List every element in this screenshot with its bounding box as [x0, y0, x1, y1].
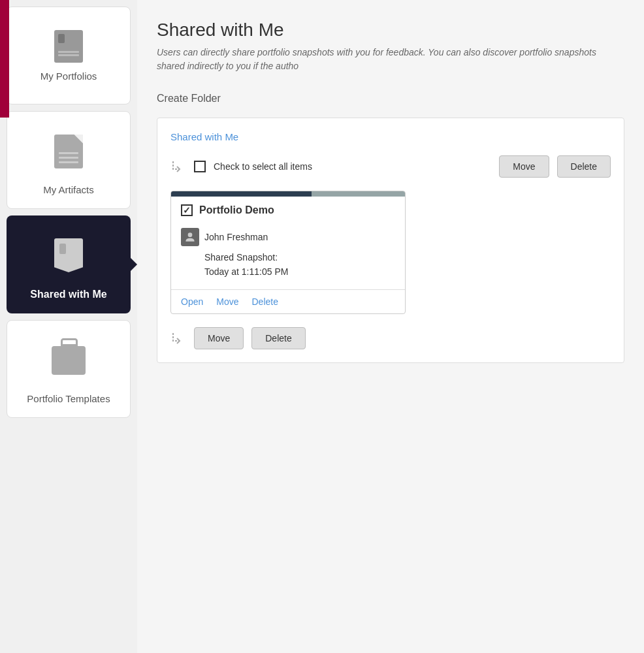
content-panel: Shared with Me Check to select all items… — [157, 118, 624, 363]
card-top-bar — [171, 191, 405, 197]
sidebar-item-label: My Portfolios — [40, 71, 97, 82]
bottom-move-button[interactable]: Move — [194, 327, 244, 349]
bottom-arrow-icon — [170, 330, 186, 346]
card-title: Portfolio Demo — [199, 204, 274, 216]
bottom-action-row: Move Delete — [170, 327, 611, 349]
sidebar: My Portfolios My Artifacts Shared with M… — [0, 0, 137, 653]
page-title: Shared with Me — [157, 20, 624, 40]
templates-icon — [52, 346, 86, 375]
card-info: Shared Snapshot: Today at 1:11:05 PM — [204, 250, 395, 279]
svg-point-0 — [188, 232, 193, 237]
shared-time: Today at 1:11:05 PM — [204, 266, 288, 277]
shared-snapshot-label: Shared Snapshot: — [204, 252, 278, 263]
main-content: Shared with Me Users can directly share … — [137, 0, 644, 653]
card-footer: Open Move Delete — [171, 289, 405, 313]
avatar-icon — [184, 231, 197, 244]
create-folder-button[interactable]: Create Folder — [157, 93, 221, 104]
owner-name: John Freshman — [204, 232, 268, 242]
sidebar-item-label: Portfolio Templates — [27, 393, 110, 404]
sidebar-item-my-artifacts[interactable]: My Artifacts — [7, 111, 131, 209]
card-move-link[interactable]: Move — [216, 296, 238, 307]
card-checkbox[interactable] — [181, 204, 193, 216]
bottom-delete-button[interactable]: Delete — [251, 327, 305, 349]
select-all-checkbox[interactable] — [194, 161, 206, 172]
select-all-arrow-icon — [170, 159, 186, 174]
card-body: John Freshman Shared Snapshot: Today at … — [171, 221, 405, 289]
card-open-link[interactable]: Open — [181, 296, 203, 307]
card-header: Portfolio Demo — [171, 197, 405, 221]
top-delete-button[interactable]: Delete — [557, 155, 611, 178]
portfolio-card: Portfolio Demo John Freshman Shared Snap… — [170, 191, 406, 314]
red-accent-bar — [0, 0, 9, 118]
card-owner-row: John Freshman — [181, 228, 395, 246]
select-all-label: Check to select all items — [214, 161, 491, 172]
sidebar-item-shared-with-me[interactable]: Shared with Me — [7, 215, 131, 313]
shared-icon — [54, 238, 83, 272]
page-description: Users can directly share portfolio snaps… — [157, 46, 624, 73]
card-delete-link[interactable]: Delete — [251, 296, 278, 307]
top-move-button[interactable]: Move — [499, 155, 549, 178]
sidebar-item-portfolio-templates[interactable]: Portfolio Templates — [7, 320, 131, 418]
owner-avatar — [181, 228, 199, 246]
sidebar-item-label: Shared with Me — [30, 289, 106, 300]
portfolios-icon — [53, 30, 84, 64]
breadcrumb-link[interactable]: Shared with Me — [170, 131, 611, 142]
select-all-row: Check to select all items Move Delete — [170, 155, 611, 178]
sidebar-item-my-portfolios[interactable]: My Portfolios — [7, 7, 131, 104]
sidebar-item-label: My Artifacts — [43, 184, 94, 195]
artifacts-icon — [54, 135, 83, 168]
